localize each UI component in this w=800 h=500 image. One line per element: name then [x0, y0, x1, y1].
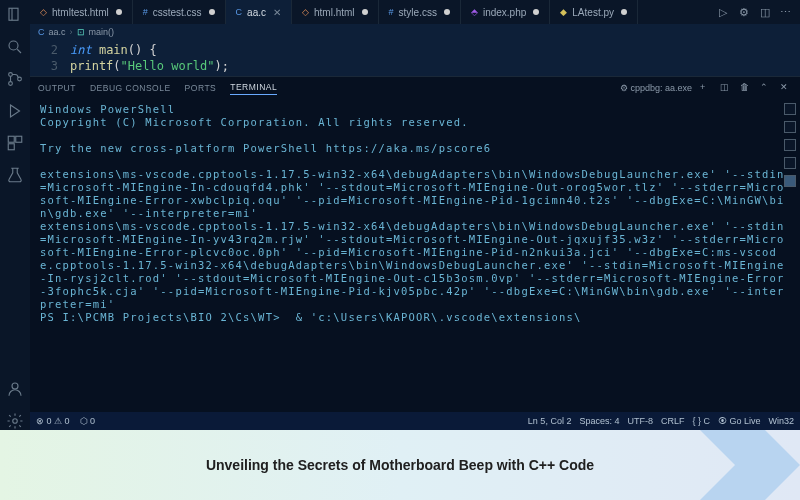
new-terminal-icon[interactable]: + [700, 82, 712, 94]
status-item[interactable]: Spaces: 4 [579, 416, 619, 426]
banner-text: Unveiling the Secrets of Motherboard Bee… [0, 430, 800, 500]
file-icon: ⬘ [471, 7, 478, 17]
status-item[interactable]: ⬡ 0 [80, 416, 96, 426]
code-content: printf("Hello world"); [70, 58, 229, 74]
breadcrumb-symbol: main() [89, 27, 115, 37]
main-area: ◇htmltest.html#csstest.cssCaa.c✕◇html.ht… [30, 0, 800, 430]
search-icon[interactable] [6, 38, 24, 56]
account-icon[interactable] [6, 380, 24, 398]
tab-csstest-css[interactable]: #csstest.css [133, 0, 226, 24]
tab-LAtest-py[interactable]: ◆LAtest.py [550, 0, 638, 24]
tab-bar: ◇htmltest.html#csstest.cssCaa.c✕◇html.ht… [30, 0, 800, 24]
line-number: 3 [30, 58, 70, 74]
tab-label: csstest.css [153, 7, 202, 18]
file-icon: # [143, 7, 148, 17]
terminal-sidebar [784, 103, 796, 187]
chevron-up-icon[interactable]: ⌃ [760, 82, 772, 94]
status-item[interactable]: { } C [692, 416, 710, 426]
terminal-instance-icon[interactable] [784, 121, 796, 133]
svg-point-1 [9, 41, 18, 50]
svg-rect-7 [8, 144, 14, 150]
vscode-window: ◇htmltest.html#csstest.cssCaa.c✕◇html.ht… [0, 0, 800, 430]
file-icon: # [389, 7, 394, 17]
run-debug-icon[interactable] [6, 102, 24, 120]
status-item[interactable]: Ln 5, Col 2 [528, 416, 572, 426]
tab-aa-c[interactable]: Caa.c✕ [226, 0, 292, 24]
panel-actions: ⚙ cppdbg: aa.exe + ◫ 🗑 ⌃ ✕ [620, 82, 792, 94]
panel-tab-debug-console[interactable]: DEBUG CONSOLE [90, 83, 171, 93]
editor-line: 2int main() { [30, 42, 800, 58]
tab-label: aa.c [247, 7, 266, 18]
svg-point-3 [9, 82, 13, 86]
terminal[interactable]: Windows PowerShell Copyright (C) Microso… [30, 99, 800, 412]
line-number: 2 [30, 42, 70, 58]
modified-dot-icon [444, 9, 450, 15]
editor-line: 3 printf("Hello world"); [30, 58, 800, 74]
extensions-icon[interactable] [6, 134, 24, 152]
more-icon[interactable]: ⋯ [779, 6, 792, 19]
status-item[interactable]: Win32 [768, 416, 794, 426]
settings-icon[interactable] [6, 412, 24, 430]
tab-label: html.html [314, 7, 355, 18]
code-editor[interactable]: 2int main() {3 printf("Hello world"); [30, 40, 800, 76]
svg-rect-6 [16, 136, 22, 142]
svg-point-8 [12, 383, 18, 389]
explorer-icon[interactable] [6, 6, 24, 24]
tab-htmltest-html[interactable]: ◇htmltest.html [30, 0, 133, 24]
modified-dot-icon [621, 9, 627, 15]
terminal-instance-icon[interactable] [784, 103, 796, 115]
tab-index-php[interactable]: ⬘index.php [461, 0, 550, 24]
modified-dot-icon [116, 9, 122, 15]
tab-label: index.php [483, 7, 526, 18]
modified-dot-icon [209, 9, 215, 15]
breadcrumb-file: aa.c [49, 27, 66, 37]
file-icon: ◇ [302, 7, 309, 17]
settings-gear-icon[interactable]: ⚙ [737, 6, 750, 19]
terminal-instance-icon[interactable] [784, 175, 796, 187]
terminal-instance-icon[interactable] [784, 157, 796, 169]
tab-label: style.css [399, 7, 437, 18]
modified-dot-icon [362, 9, 368, 15]
svg-point-2 [9, 73, 13, 77]
svg-point-9 [13, 419, 18, 424]
split-terminal-icon[interactable]: ◫ [720, 82, 732, 94]
activity-bar [0, 0, 30, 430]
status-item[interactable]: CRLF [661, 416, 685, 426]
terminal-panel: OUTPUTDEBUG CONSOLEPORTSTERMINAL ⚙ cppdb… [30, 76, 800, 412]
breadcrumb[interactable]: C aa.c › ⊡ main() [30, 24, 800, 40]
status-bar: ⊗ 0 ⚠ 0⬡ 0Ln 5, Col 2Spaces: 4UTF-8CRLF{… [30, 412, 800, 430]
banner: Unveiling the Secrets of Motherboard Bee… [0, 430, 800, 500]
svg-rect-0 [9, 8, 18, 20]
title-actions: ▷ ⚙ ◫ ⋯ [716, 0, 800, 24]
modified-dot-icon [533, 9, 539, 15]
svg-rect-5 [8, 136, 14, 142]
launch-config[interactable]: ⚙ cppdbg: aa.exe [620, 83, 692, 93]
test-icon[interactable] [6, 166, 24, 184]
code-content: int main() { [70, 42, 157, 58]
file-icon: C [38, 27, 45, 37]
tab-label: htmltest.html [52, 7, 109, 18]
panel-tab-terminal[interactable]: TERMINAL [230, 82, 277, 95]
file-icon: C [236, 7, 243, 17]
status-item[interactable]: ⊗ 0 ⚠ 0 [36, 416, 70, 426]
tab-label: LAtest.py [572, 7, 614, 18]
tab-style-css[interactable]: #style.css [379, 0, 461, 24]
panel-tab-output[interactable]: OUTPUT [38, 83, 76, 93]
kill-terminal-icon[interactable]: 🗑 [740, 82, 752, 94]
status-item[interactable]: ⦿ Go Live [718, 416, 761, 426]
file-icon: ◆ [560, 7, 567, 17]
terminal-instance-icon[interactable] [784, 139, 796, 151]
status-item[interactable]: UTF-8 [627, 416, 653, 426]
source-control-icon[interactable] [6, 70, 24, 88]
panel-tab-ports[interactable]: PORTS [185, 83, 217, 93]
file-icon: ◇ [40, 7, 47, 17]
run-icon[interactable]: ▷ [716, 6, 729, 19]
terminal-output: Windows PowerShell Copyright (C) Microso… [40, 103, 790, 324]
close-icon[interactable]: ✕ [273, 7, 281, 18]
chevron-icon: › [70, 27, 73, 37]
tab-html-html[interactable]: ◇html.html [292, 0, 379, 24]
close-panel-icon[interactable]: ✕ [780, 82, 792, 94]
split-icon[interactable]: ◫ [758, 6, 771, 19]
symbol-icon: ⊡ [77, 27, 85, 37]
svg-point-4 [18, 77, 22, 81]
